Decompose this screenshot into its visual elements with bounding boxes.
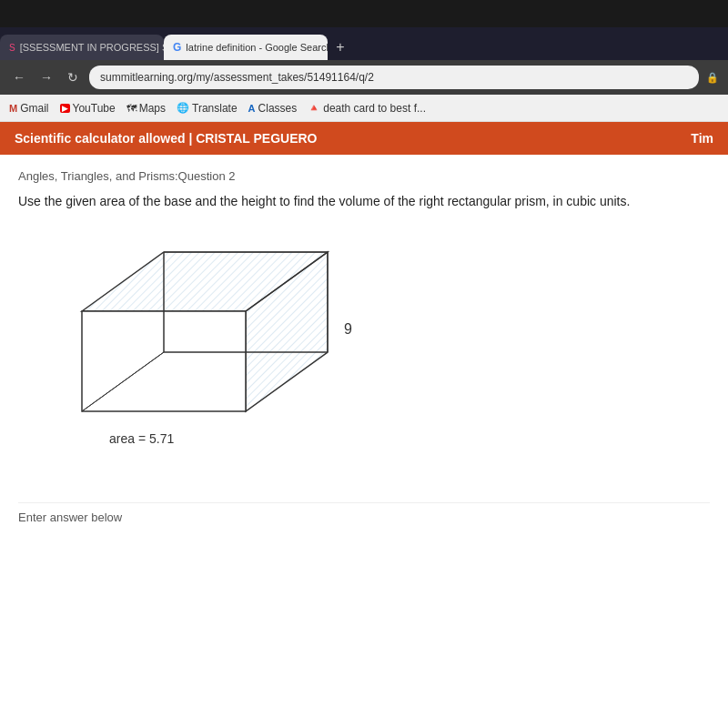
forward-button[interactable]: → <box>36 68 56 86</box>
tab-assessment[interactable]: S [SSESSMENT IN PROGRESS] Su... ✕ <box>0 35 164 60</box>
bookmark-death[interactable]: 🔺 death card to best f... <box>308 102 426 115</box>
lock-icon: 🔒 <box>706 72 719 84</box>
new-tab-button[interactable]: + <box>328 35 353 60</box>
page-content: Scientific calculator allowed | CRISTAL … <box>0 122 728 728</box>
bookmark-label-death: death card to best f... <box>323 102 426 115</box>
enter-answer-label: Enter answer below <box>18 502 710 524</box>
bookmarks-bar: M Gmail ▶ YouTube 🗺 Maps 🌐 Translate A C… <box>0 95 728 122</box>
height-value: 9 <box>344 321 352 337</box>
bookmark-translate[interactable]: 🌐 Translate <box>177 102 238 115</box>
bookmark-classes[interactable]: A Classes <box>248 102 298 115</box>
area-label: area = 5.71 <box>109 431 174 446</box>
back-button[interactable]: ← <box>9 68 29 86</box>
bookmark-label-youtube: YouTube <box>73 102 116 115</box>
translate-icon: 🌐 <box>177 102 189 114</box>
refresh-button[interactable]: ↻ <box>64 68 82 86</box>
bookmark-label-maps: Maps <box>139 102 166 115</box>
question-breadcrumb: Angles, Triangles, and Prisms:Question 2 <box>18 169 710 183</box>
bookmark-label-classes: Classes <box>258 102 298 115</box>
maps-icon: 🗺 <box>126 103 136 114</box>
address-bar: ← → ↻ 🔒 <box>0 60 728 95</box>
tab-label-google: latrine definition - Google Search <box>186 42 328 53</box>
prism-diagram: 9 area = 5.71 <box>36 229 382 484</box>
browser-chrome: S [SSESSMENT IN PROGRESS] Su... ✕ G latr… <box>0 27 728 122</box>
top-bar <box>0 0 728 27</box>
bookmark-label-translate: Translate <box>192 102 238 115</box>
death-icon: 🔺 <box>308 102 320 114</box>
header-text: Scientific calculator allowed | CRISTAL … <box>15 131 317 146</box>
tab-label-assessment: [SSESSMENT IN PROGRESS] Su... <box>20 42 164 53</box>
tab-google[interactable]: G latrine definition - Google Search ✕ <box>164 35 328 60</box>
bookmark-label-gmail: Gmail <box>20 102 48 115</box>
tab-favicon-assessment: S <box>9 43 15 53</box>
youtube-icon: ▶ <box>60 104 70 113</box>
classes-icon: A <box>248 103 256 114</box>
tab-bar: S [SSESSMENT IN PROGRESS] Su... ✕ G latr… <box>0 27 728 60</box>
gmail-icon: M <box>9 103 17 114</box>
question-text: Use the given area of the base and the h… <box>18 192 710 211</box>
timer-label: Tim <box>691 131 713 146</box>
summit-header: Scientific calculator allowed | CRISTAL … <box>0 122 728 155</box>
question-area: Angles, Triangles, and Prisms:Question 2… <box>0 155 728 539</box>
prism-svg: 9 area = 5.71 <box>36 229 382 484</box>
address-input[interactable] <box>89 66 699 89</box>
tab-favicon-google: G <box>173 41 181 54</box>
bookmark-gmail[interactable]: M Gmail <box>9 102 49 115</box>
bookmark-youtube[interactable]: ▶ YouTube <box>60 102 116 115</box>
bookmark-maps[interactable]: 🗺 Maps <box>126 102 166 115</box>
